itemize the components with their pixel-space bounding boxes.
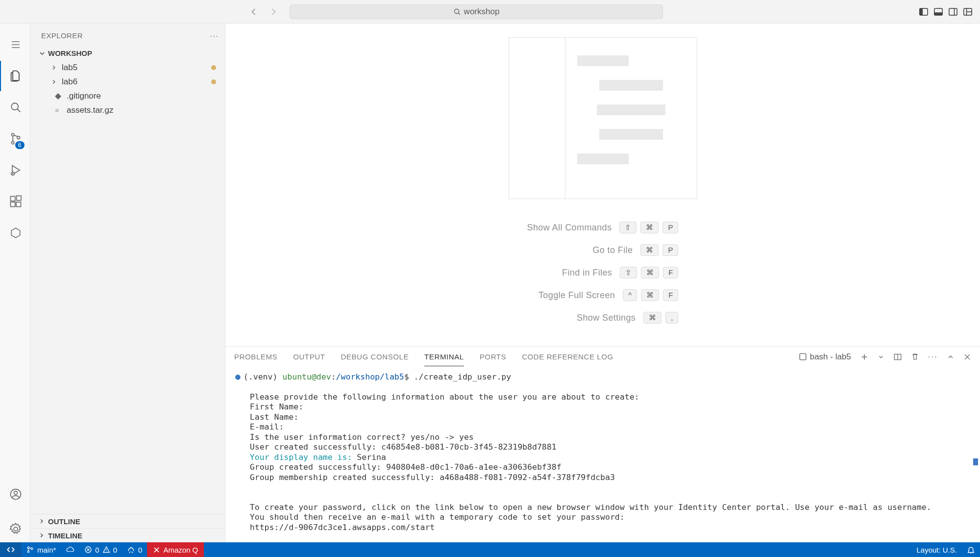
kbd-key: ⇧ [619,222,637,233]
panel-tab-code-reference-log[interactable]: CODE REFERENCE LOG [522,348,613,366]
activity-aws[interactable] [0,218,30,248]
keyboard-layout-status[interactable]: Layout: U.S. [911,546,962,554]
panel-tab-terminal[interactable]: TERMINAL [424,348,464,366]
svg-rect-14 [16,202,21,206]
remote-indicator[interactable] [0,542,22,557]
kbd-key: , [665,312,678,324]
shortcut-row: Show Settings⌘, [577,312,678,324]
welcome-illustration [509,37,697,199]
shortcut-label: Go to File [592,245,633,255]
svg-point-8 [11,133,14,136]
scm-badge: 6 [15,141,24,149]
shortcut-row: Go to File⌘P [592,244,678,256]
activity-source-control[interactable]: 6 [0,124,30,154]
status-bar: main* 0 0 0 Amazon Q Layout: U.S. [0,542,980,557]
svg-point-18 [14,527,18,531]
svg-rect-4 [934,12,942,15]
activity-accounts[interactable] [0,479,30,509]
panel-tab-ports[interactable]: PORTS [480,348,506,366]
tree-folder-lab6[interactable]: lab6 [43,75,225,89]
svg-point-17 [14,491,17,495]
kbd-key: ⌘ [641,267,659,278]
toggle-secondary-sidebar-icon[interactable] [947,5,959,18]
kbd-key: ⌘ [640,244,659,256]
title-bar: workshop [0,0,980,24]
notifications-button[interactable] [962,546,980,554]
svg-rect-15 [16,196,21,200]
terminal-dropdown-icon[interactable] [878,354,884,360]
nav-forward-button[interactable] [265,5,282,19]
modified-dot-icon [211,65,216,70]
activity-explorer[interactable] [0,61,30,91]
panel-tab-debug-console[interactable]: DEBUG CONSOLE [341,348,409,366]
file-tree: lab5 lab6 ◆ .gitignore ≡ assets.tar.gz [35,60,225,117]
svg-rect-5 [949,8,957,15]
svg-rect-2 [920,8,923,15]
maximize-panel-button[interactable] [947,353,955,361]
shortcut-label: Find in Files [562,268,612,278]
new-terminal-button[interactable] [860,353,869,361]
toggle-primary-sidebar-icon[interactable] [917,5,930,18]
kbd-key: ⌘ [643,312,662,324]
customize-layout-icon[interactable] [961,5,974,18]
command-center-search[interactable]: workshop [290,4,663,19]
problems-status[interactable]: 0 0 [79,546,122,554]
activity-search[interactable] [0,92,30,123]
timeline-section[interactable]: TIMELINE [30,528,225,542]
search-icon [453,8,461,16]
activity-extensions[interactable] [0,186,30,217]
terminal-shell-picker[interactable]: bash - lab5 [799,352,851,362]
amazon-q-status[interactable]: Amazon Q [147,542,204,557]
toggle-panel-icon[interactable] [932,5,945,18]
kbd-key: P [662,222,678,233]
activity-run-debug[interactable] [0,155,30,185]
nav-back-button[interactable] [245,5,262,19]
svg-point-0 [454,9,459,13]
search-text: workshop [464,7,500,17]
tree-file-gitignore[interactable]: ◆ .gitignore [43,89,225,103]
cloud-sync-status[interactable] [61,545,79,554]
chevron-down-icon [38,50,46,57]
tree-file-assets[interactable]: ≡ assets.tar.gz [43,103,225,117]
kbd-key: ⌘ [641,289,659,301]
modified-dot-icon [211,79,216,84]
bash-icon [799,353,807,361]
tree-folder-lab5[interactable]: lab5 [43,60,225,75]
panel-more-icon[interactable]: ··· [928,352,938,362]
git-branch-status[interactable]: main* [22,546,61,554]
split-terminal-button[interactable] [893,353,902,361]
sidebar-more-icon[interactable]: ··· [210,31,219,40]
kbd-key: ⌘ [640,222,659,233]
workspace-folder-name: WORKSHOP [48,49,92,57]
sidebar-title: EXPLORER [41,31,83,40]
shortcut-row: Find in Files⇧⌘F [562,267,678,278]
shortcut-label: Toggle Full Screen [539,290,615,301]
svg-point-10 [17,136,20,139]
activity-settings[interactable] [0,515,30,542]
outline-section[interactable]: OUTLINE [30,514,225,528]
ports-status[interactable]: 0 [122,546,147,554]
panel-tab-output[interactable]: OUTPUT [293,348,325,366]
kbd-key: F [663,267,678,278]
activity-bar: 6 [0,24,30,542]
svg-rect-13 [10,202,15,206]
shortcut-row: Toggle Full Screen^⌘F [539,289,679,301]
kbd-key: ⇧ [620,267,637,278]
shortcut-list: Show All Commands⇧⌘PGo to File⌘PFind in … [527,222,679,324]
shortcut-label: Show All Commands [527,223,612,233]
close-panel-button[interactable] [963,353,971,361]
shortcut-row: Show All Commands⇧⌘P [527,222,679,233]
svg-point-23 [31,548,33,550]
workspace-folder-header[interactable]: WORKSHOP [35,47,225,60]
activity-menu-button[interactable] [0,29,30,60]
editor-area: Show All Commands⇧⌘PGo to File⌘PFind in … [225,24,980,542]
terminal-scrollbar[interactable] [973,458,978,465]
svg-point-9 [11,141,14,144]
panel-tab-problems[interactable]: PROBLEMS [234,348,277,366]
kill-terminal-button[interactable] [911,353,919,361]
panel-tabs: PROBLEMSOUTPUTDEBUG CONSOLETERMINALPORTS… [225,347,980,367]
bottom-panel: PROBLEMSOUTPUTDEBUG CONSOLETERMINALPORTS… [225,346,980,542]
terminal[interactable]: ●(.venv) ubuntu@dev:/workshop/lab5$ ./cr… [225,367,980,542]
svg-point-22 [27,551,29,553]
svg-rect-19 [800,354,806,360]
